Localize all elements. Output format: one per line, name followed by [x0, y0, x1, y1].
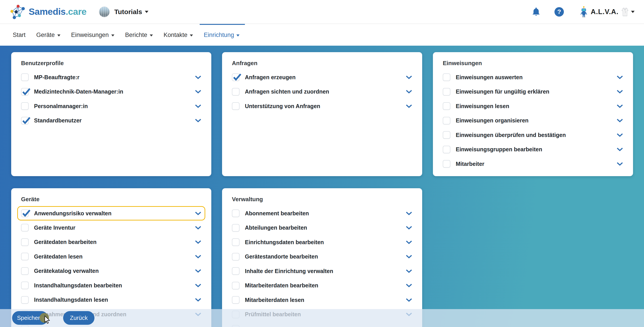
checkbox-unchecked[interactable]	[232, 238, 240, 246]
checkbox-unchecked[interactable]	[21, 224, 29, 232]
permission-row[interactable]: Einweisungen lesen	[443, 99, 623, 114]
chevron-down-icon[interactable]	[406, 104, 412, 108]
chevron-down-icon[interactable]	[195, 226, 202, 230]
checkbox-unchecked[interactable]	[21, 74, 29, 81]
chevron-down-icon[interactable]	[406, 76, 412, 79]
permission-row[interactable]: Einweisungen für ungültig erklären	[443, 84, 623, 99]
checkbox-unchecked[interactable]	[21, 267, 29, 275]
card-einweisungen: EinweisungenEinweisungen auswertenEinwei…	[433, 52, 633, 176]
chevron-down-icon[interactable]	[616, 76, 623, 79]
checkbox-checked[interactable]	[21, 88, 29, 96]
chevron-down-icon[interactable]	[195, 255, 202, 258]
checkbox-unchecked[interactable]	[21, 282, 29, 289]
chevron-down-icon[interactable]	[195, 298, 202, 302]
checkbox-unchecked[interactable]	[443, 74, 450, 81]
workspace-label: Tutorials	[114, 8, 142, 16]
permission-row[interactable]: Anfragen erzeugen	[232, 70, 412, 84]
permission-row[interactable]: Mitarbeiter	[443, 157, 623, 171]
permission-row[interactable]: Medizintechnik-Daten-Manager:in	[21, 84, 202, 99]
chevron-down-icon[interactable]	[195, 76, 202, 79]
chevron-down-icon[interactable]	[616, 104, 623, 108]
permission-row[interactable]: Einweisungen überprüfen und bestätigen	[443, 128, 623, 142]
permission-row[interactable]: Mitarbeiterdaten bearbeiten	[232, 278, 412, 293]
permission-row[interactable]: Einweisungen auswerten	[443, 70, 623, 84]
user-menu[interactable]: A.L.V.A.	[580, 6, 634, 18]
permission-row[interactable]: Gerätestandorte bearbeiten	[232, 250, 412, 264]
checkbox-unchecked[interactable]	[21, 102, 29, 110]
nav-item-einrichtung[interactable]: Einrichtung	[204, 24, 240, 46]
checkbox-unchecked[interactable]	[232, 224, 240, 232]
chevron-down-icon[interactable]	[195, 240, 202, 244]
checkbox-unchecked[interactable]	[21, 238, 29, 246]
chevron-down-icon[interactable]	[195, 104, 202, 108]
checkbox-unchecked[interactable]	[443, 117, 450, 124]
checkbox-unchecked[interactable]	[443, 102, 450, 110]
chevron-down-icon[interactable]	[195, 269, 202, 273]
workspace-switcher[interactable]: Tutorials	[99, 6, 148, 17]
workspace-avatar	[99, 6, 110, 17]
permission-row[interactable]: Einweisungsgruppen bearbeiten	[443, 142, 623, 157]
chevron-down-icon[interactable]	[406, 269, 412, 273]
checkbox-unchecked[interactable]	[232, 253, 240, 260]
permission-row[interactable]: Gerätedaten bearbeiten	[21, 235, 202, 250]
checkbox-unchecked[interactable]	[443, 146, 450, 153]
checkbox-unchecked[interactable]	[232, 296, 240, 304]
checkbox-unchecked[interactable]	[443, 160, 450, 168]
permission-row[interactable]: Mitarbeiterdaten lesen	[232, 293, 412, 307]
logo[interactable]: Samedis.care	[10, 4, 86, 20]
chevron-down-icon[interactable]	[406, 284, 412, 288]
chevron-down-icon[interactable]	[195, 212, 202, 215]
checkbox-unchecked[interactable]	[21, 296, 29, 304]
permission-row[interactable]: Gerätedaten lesen	[21, 249, 202, 264]
chevron-down-icon[interactable]	[406, 212, 412, 215]
permission-row[interactable]: Einrichtungsdaten bearbeiten	[232, 235, 412, 250]
chevron-down-icon[interactable]	[406, 90, 412, 94]
permission-row[interactable]: Instandhaltungsdaten bearbeiten	[21, 278, 202, 293]
notifications-button[interactable]	[532, 7, 540, 17]
help-button[interactable]: ?	[554, 7, 564, 16]
nav-item-kontakte[interactable]: Kontakte	[164, 24, 193, 46]
back-button[interactable]: Zurück	[63, 311, 94, 325]
permission-row[interactable]: Anwendungsrisiko verwalten	[17, 206, 205, 220]
chevron-down-icon[interactable]	[616, 133, 623, 137]
checkbox-checked[interactable]	[21, 210, 29, 217]
chevron-down-icon[interactable]	[616, 118, 623, 122]
chevron-down-icon[interactable]	[406, 298, 412, 302]
permission-row[interactable]: Abteilungen bearbeiten	[232, 221, 412, 235]
chevron-down-icon[interactable]	[406, 226, 412, 230]
checkbox-unchecked[interactable]	[21, 253, 29, 260]
permission-row[interactable]: Geräte Inventur	[21, 220, 202, 235]
permission-row[interactable]: Einweisungen organisieren	[443, 114, 623, 128]
permission-row[interactable]: Instandhaltungsdaten lesen	[21, 293, 202, 307]
checkbox-checked[interactable]	[21, 117, 29, 124]
permission-row[interactable]: Personalmanager:in	[21, 99, 202, 114]
permission-row[interactable]: MP-Beauftragte:r	[21, 70, 202, 84]
chevron-down-icon[interactable]	[195, 118, 202, 122]
permission-row[interactable]: Gerätekatalog verwalten	[21, 264, 202, 278]
nav-item-ger-te[interactable]: Geräte	[36, 24, 60, 46]
chevron-down-icon[interactable]	[616, 148, 623, 151]
checkbox-unchecked[interactable]	[443, 88, 450, 96]
permission-row[interactable]: Abonnement bearbeiten	[232, 206, 412, 221]
nav-item-einweisungen[interactable]: Einweisungen	[71, 24, 114, 46]
chevron-down-icon[interactable]	[616, 90, 623, 94]
nav-item-start[interactable]: Start	[13, 24, 26, 46]
chevron-down-icon[interactable]	[616, 162, 623, 166]
checkbox-unchecked[interactable]	[232, 282, 240, 290]
nav-item-berichte[interactable]: Berichte	[125, 24, 153, 46]
chevron-down-icon[interactable]	[406, 240, 412, 244]
checkbox-unchecked[interactable]	[232, 210, 240, 217]
checkbox-unchecked[interactable]	[443, 131, 450, 139]
chevron-down-icon[interactable]	[195, 90, 202, 94]
permission-row[interactable]: Anfragen sichten und zuordnen	[232, 84, 412, 99]
permission-row[interactable]: Inhalte der Einrichtung verwalten	[232, 264, 412, 278]
checkbox-unchecked[interactable]	[232, 102, 240, 110]
nav-item-label: Start	[13, 32, 26, 38]
checkbox-checked[interactable]	[232, 74, 240, 81]
permission-row[interactable]: Unterstützung von Anfragen	[232, 99, 412, 114]
checkbox-unchecked[interactable]	[232, 88, 240, 96]
checkbox-unchecked[interactable]	[232, 267, 240, 275]
chevron-down-icon[interactable]	[195, 284, 202, 288]
permission-row[interactable]: Standardbenutzer	[21, 114, 202, 128]
chevron-down-icon[interactable]	[406, 255, 412, 258]
